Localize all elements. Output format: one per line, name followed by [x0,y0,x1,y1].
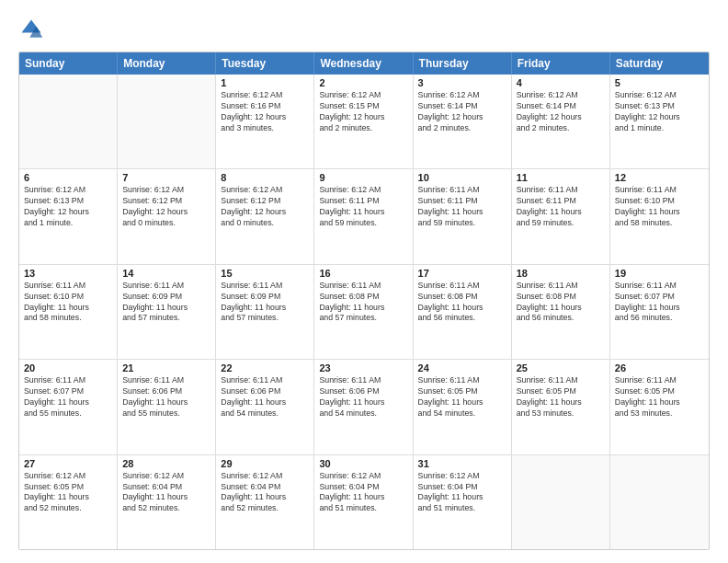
logo [18,17,48,42]
day-info: Sunrise: 6:12 AM Sunset: 6:04 PM Dayligh… [221,471,309,515]
day-info: Sunrise: 6:12 AM Sunset: 6:04 PM Dayligh… [319,471,407,515]
day-number: 6 [24,172,112,183]
day-cell-17: 17Sunrise: 6:11 AM Sunset: 6:08 PM Dayli… [414,265,512,359]
day-cell-29: 29Sunrise: 6:12 AM Sunset: 6:04 PM Dayli… [216,455,314,549]
day-number: 30 [319,458,407,469]
day-cell-11: 11Sunrise: 6:11 AM Sunset: 6:11 PM Dayli… [512,169,610,263]
day-info: Sunrise: 6:11 AM Sunset: 6:10 PM Dayligh… [24,281,112,325]
calendar-header: SundayMondayTuesdayWednesdayThursdayFrid… [19,52,709,75]
day-number: 15 [221,268,309,279]
day-number: 22 [221,362,309,373]
day-info: Sunrise: 6:12 AM Sunset: 6:12 PM Dayligh… [221,185,309,229]
empty-cell [610,455,709,549]
day-number: 21 [122,362,210,373]
day-number: 16 [319,268,407,279]
day-cell-20: 20Sunrise: 6:11 AM Sunset: 6:07 PM Dayli… [19,360,118,454]
calendar-header-cell-monday: Monday [118,52,216,75]
day-number: 25 [517,362,605,373]
calendar: SundayMondayTuesdayWednesdayThursdayFrid… [18,52,710,550]
day-number: 20 [24,362,112,373]
calendar-week-4: 20Sunrise: 6:11 AM Sunset: 6:07 PM Dayli… [19,359,709,454]
day-cell-27: 27Sunrise: 6:12 AM Sunset: 6:05 PM Dayli… [19,455,118,549]
day-cell-30: 30Sunrise: 6:12 AM Sunset: 6:04 PM Dayli… [314,455,413,549]
day-cell-2: 2Sunrise: 6:12 AM Sunset: 6:15 PM Daylig… [314,75,413,168]
day-number: 24 [418,362,506,373]
day-number: 17 [418,268,506,279]
day-info: Sunrise: 6:12 AM Sunset: 6:13 PM Dayligh… [615,90,704,134]
day-info: Sunrise: 6:12 AM Sunset: 6:15 PM Dayligh… [319,90,407,134]
day-info: Sunrise: 6:12 AM Sunset: 6:05 PM Dayligh… [24,471,112,515]
day-cell-3: 3Sunrise: 6:12 AM Sunset: 6:14 PM Daylig… [414,75,512,168]
day-cell-24: 24Sunrise: 6:11 AM Sunset: 6:05 PM Dayli… [414,360,512,454]
calendar-header-cell-thursday: Thursday [414,52,512,75]
empty-cell [19,75,118,168]
day-cell-7: 7Sunrise: 6:12 AM Sunset: 6:12 PM Daylig… [118,169,216,263]
empty-cell [118,75,216,168]
calendar-header-cell-sunday: Sunday [19,52,118,75]
day-info: Sunrise: 6:12 AM Sunset: 6:13 PM Dayligh… [24,185,112,229]
day-cell-16: 16Sunrise: 6:11 AM Sunset: 6:08 PM Dayli… [314,265,413,359]
day-number: 31 [418,458,506,469]
day-number: 5 [615,77,704,88]
day-cell-26: 26Sunrise: 6:11 AM Sunset: 6:05 PM Dayli… [610,360,709,454]
day-number: 3 [418,77,506,88]
day-info: Sunrise: 6:11 AM Sunset: 6:06 PM Dayligh… [221,375,309,419]
day-cell-8: 8Sunrise: 6:12 AM Sunset: 6:12 PM Daylig… [216,169,314,263]
day-cell-14: 14Sunrise: 6:11 AM Sunset: 6:09 PM Dayli… [118,265,216,359]
day-info: Sunrise: 6:11 AM Sunset: 6:08 PM Dayligh… [418,281,506,325]
day-number: 27 [24,458,112,469]
day-number: 28 [122,458,210,469]
day-info: Sunrise: 6:12 AM Sunset: 6:04 PM Dayligh… [122,471,210,515]
day-info: Sunrise: 6:11 AM Sunset: 6:10 PM Dayligh… [615,185,704,229]
day-number: 12 [615,172,704,183]
day-number: 4 [517,77,605,88]
day-number: 26 [615,362,704,373]
calendar-header-cell-tuesday: Tuesday [216,52,314,75]
day-info: Sunrise: 6:12 AM Sunset: 6:04 PM Dayligh… [418,471,506,515]
day-info: Sunrise: 6:11 AM Sunset: 6:08 PM Dayligh… [517,281,605,325]
day-number: 29 [221,458,309,469]
day-info: Sunrise: 6:11 AM Sunset: 6:06 PM Dayligh… [122,375,210,419]
day-info: Sunrise: 6:11 AM Sunset: 6:11 PM Dayligh… [517,185,605,229]
day-info: Sunrise: 6:11 AM Sunset: 6:09 PM Dayligh… [221,281,309,325]
day-info: Sunrise: 6:11 AM Sunset: 6:05 PM Dayligh… [418,375,506,419]
day-cell-13: 13Sunrise: 6:11 AM Sunset: 6:10 PM Dayli… [19,265,118,359]
calendar-body: 1Sunrise: 6:12 AM Sunset: 6:16 PM Daylig… [19,75,709,549]
day-number: 9 [319,172,407,183]
day-info: Sunrise: 6:11 AM Sunset: 6:07 PM Dayligh… [24,375,112,419]
day-info: Sunrise: 6:11 AM Sunset: 6:05 PM Dayligh… [517,375,605,419]
day-cell-21: 21Sunrise: 6:11 AM Sunset: 6:06 PM Dayli… [118,360,216,454]
day-cell-18: 18Sunrise: 6:11 AM Sunset: 6:08 PM Dayli… [512,265,610,359]
day-info: Sunrise: 6:11 AM Sunset: 6:09 PM Dayligh… [122,281,210,325]
calendar-header-cell-friday: Friday [512,52,610,75]
page: SundayMondayTuesdayWednesdayThursdayFrid… [0,0,728,563]
calendar-week-5: 27Sunrise: 6:12 AM Sunset: 6:05 PM Dayli… [19,454,709,549]
day-cell-31: 31Sunrise: 6:12 AM Sunset: 6:04 PM Dayli… [414,455,512,549]
header [18,17,710,42]
day-cell-15: 15Sunrise: 6:11 AM Sunset: 6:09 PM Dayli… [216,265,314,359]
day-cell-23: 23Sunrise: 6:11 AM Sunset: 6:06 PM Dayli… [314,360,413,454]
day-cell-9: 9Sunrise: 6:12 AM Sunset: 6:11 PM Daylig… [314,169,413,263]
calendar-header-cell-saturday: Saturday [610,52,709,75]
calendar-week-3: 13Sunrise: 6:11 AM Sunset: 6:10 PM Dayli… [19,264,709,359]
day-cell-22: 22Sunrise: 6:11 AM Sunset: 6:06 PM Dayli… [216,360,314,454]
day-cell-12: 12Sunrise: 6:11 AM Sunset: 6:10 PM Dayli… [610,169,709,263]
day-cell-10: 10Sunrise: 6:11 AM Sunset: 6:11 PM Dayli… [414,169,512,263]
day-cell-28: 28Sunrise: 6:12 AM Sunset: 6:04 PM Dayli… [118,455,216,549]
day-info: Sunrise: 6:12 AM Sunset: 6:14 PM Dayligh… [418,90,506,134]
calendar-week-2: 6Sunrise: 6:12 AM Sunset: 6:13 PM Daylig… [19,168,709,263]
empty-cell [512,455,610,549]
calendar-week-1: 1Sunrise: 6:12 AM Sunset: 6:16 PM Daylig… [19,75,709,168]
day-info: Sunrise: 6:12 AM Sunset: 6:12 PM Dayligh… [122,185,210,229]
day-info: Sunrise: 6:11 AM Sunset: 6:05 PM Dayligh… [615,375,704,419]
day-info: Sunrise: 6:11 AM Sunset: 6:07 PM Dayligh… [615,281,704,325]
day-number: 8 [221,172,309,183]
day-cell-25: 25Sunrise: 6:11 AM Sunset: 6:05 PM Dayli… [512,360,610,454]
day-info: Sunrise: 6:11 AM Sunset: 6:11 PM Dayligh… [418,185,506,229]
day-info: Sunrise: 6:12 AM Sunset: 6:16 PM Dayligh… [221,90,309,134]
day-cell-4: 4Sunrise: 6:12 AM Sunset: 6:14 PM Daylig… [512,75,610,168]
day-info: Sunrise: 6:11 AM Sunset: 6:06 PM Dayligh… [319,375,407,419]
calendar-header-cell-wednesday: Wednesday [314,52,413,75]
day-cell-1: 1Sunrise: 6:12 AM Sunset: 6:16 PM Daylig… [216,75,314,168]
day-number: 2 [319,77,407,88]
